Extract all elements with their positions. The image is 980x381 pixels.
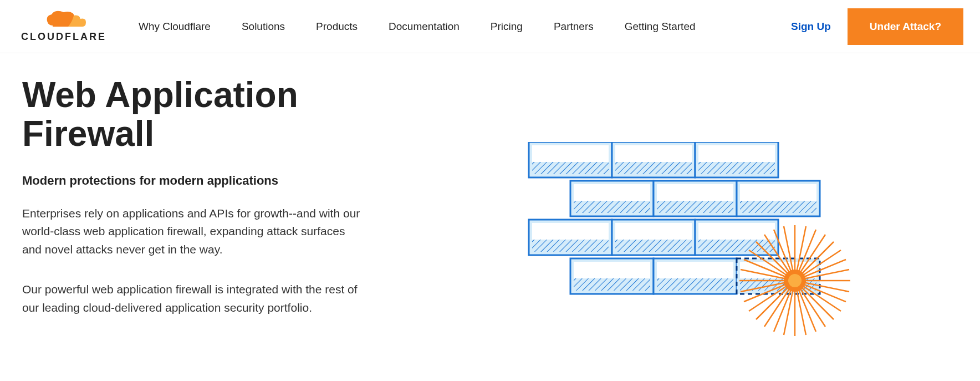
- firewall-illustration-icon: [518, 142, 872, 375]
- nav-products[interactable]: Products: [316, 21, 358, 33]
- main-nav: Why Cloudflare Solutions Products Docume…: [139, 21, 696, 33]
- nav-documentation[interactable]: Documentation: [389, 21, 460, 33]
- under-attack-button[interactable]: Under Attack?: [848, 8, 963, 45]
- cloudflare-logo-icon: CLOUDFLARE: [17, 10, 111, 43]
- nav-why-cloudflare[interactable]: Why Cloudflare: [139, 21, 211, 33]
- svg-point-41: [788, 274, 802, 287]
- header: CLOUDFLARE Why Cloudflare Solutions Prod…: [0, 0, 980, 53]
- hero-illustration: [432, 75, 958, 375]
- logo[interactable]: CLOUDFLARE: [17, 10, 111, 43]
- page-title: Web Application Firewall: [22, 75, 410, 154]
- hero-text: Web Application Firewall Modern protecti…: [22, 75, 410, 375]
- nav-partners[interactable]: Partners: [554, 21, 594, 33]
- nav-pricing[interactable]: Pricing: [491, 21, 523, 33]
- nav-getting-started[interactable]: Getting Started: [625, 21, 696, 33]
- hero-paragraph-2: Our powerful web application firewall is…: [22, 281, 366, 317]
- hero-paragraph-1: Enterprises rely on applications and API…: [22, 205, 366, 259]
- nav-solutions[interactable]: Solutions: [242, 21, 285, 33]
- main-content: Web Application Firewall Modern protecti…: [0, 53, 980, 381]
- signup-link[interactable]: Sign Up: [791, 21, 831, 33]
- svg-text:CLOUDFLARE: CLOUDFLARE: [21, 31, 106, 42]
- page-subtitle: Modern protections for modern applicatio…: [22, 174, 410, 188]
